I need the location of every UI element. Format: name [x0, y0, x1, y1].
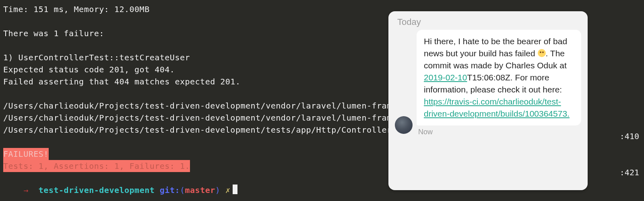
chat-notification-card: Today Hi there, I hate to be the bearer … [388, 11, 588, 190]
chat-timestamp: Now [418, 128, 581, 136]
chat-message-row: Hi there, I hate to be the bearer of bad… [395, 30, 581, 136]
line-number-2: :421 [620, 166, 639, 178]
prompt-paren-right: ) [215, 185, 221, 195]
failures-banner: FAILURES! [3, 148, 49, 160]
date-link[interactable]: 2019-02-10 [424, 73, 467, 82]
flushed-face-emoji-icon [538, 49, 546, 57]
prompt-git-label: git: [160, 185, 180, 195]
prompt-branch: master [185, 185, 215, 195]
prompt-dirty-icon: ✗ [225, 185, 231, 195]
failures-stats: Tests: 1, Assertions: 1, Failures: 1. [3, 160, 190, 172]
avatar[interactable] [395, 116, 413, 134]
build-url-link[interactable]: https://travis-ci.com/charlieoduk/test-d… [424, 97, 570, 118]
prompt-paren-left: ( [180, 185, 185, 195]
prompt-arrow-icon: → [23, 185, 29, 195]
line-numbers: :410 :421 [620, 106, 639, 191]
terminal-cursor[interactable] [233, 185, 237, 194]
line-number-1: :410 [620, 130, 639, 142]
chat-message-bubble: Hi there, I hate to be the bearer of bad… [417, 30, 581, 125]
prompt-directory: test-driven-development [39, 185, 155, 195]
chat-date-header: Today [395, 17, 581, 27]
